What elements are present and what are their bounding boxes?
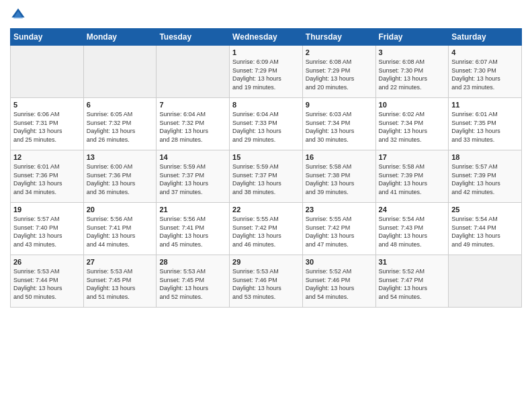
day-cell-29: 29Sunrise: 5:53 AM Sunset: 7:46 PM Dayli…: [230, 255, 303, 308]
day-info: Sunrise: 6:03 AM Sunset: 7:34 PM Dayligh…: [306, 110, 373, 144]
day-number: 1: [232, 48, 300, 56]
day-info: Sunrise: 5:56 AM Sunset: 7:41 PM Dayligh…: [87, 215, 154, 248]
day-cell-4: 4Sunrise: 6:07 AM Sunset: 7:30 PM Daylig…: [449, 46, 522, 98]
day-number: 18: [451, 153, 519, 161]
day-info: Sunrise: 5:57 AM Sunset: 7:39 PM Dayligh…: [451, 163, 519, 196]
header-tuesday: Tuesday: [157, 29, 230, 46]
day-cell-31: 31Sunrise: 5:52 AM Sunset: 7:47 PM Dayli…: [375, 255, 449, 308]
week-row-1: 1Sunrise: 6:09 AM Sunset: 7:29 PM Daylig…: [11, 46, 522, 98]
week-row-3: 12Sunrise: 6:01 AM Sunset: 7:36 PM Dayli…: [11, 150, 522, 203]
day-number: 19: [13, 205, 81, 214]
day-number: 22: [232, 205, 300, 214]
header-saturday: Saturday: [449, 29, 522, 46]
empty-cell: [11, 46, 84, 98]
day-number: 23: [306, 205, 373, 214]
day-info: Sunrise: 6:04 AM Sunset: 7:33 PM Dayligh…: [232, 110, 300, 144]
empty-cell: [157, 46, 230, 98]
day-number: 28: [159, 258, 226, 266]
day-cell-6: 6Sunrise: 6:05 AM Sunset: 7:32 PM Daylig…: [83, 98, 157, 150]
day-number: 15: [232, 153, 300, 161]
empty-cell: [449, 255, 522, 308]
day-cell-26: 26Sunrise: 5:53 AM Sunset: 7:44 PM Dayli…: [11, 255, 84, 308]
day-cell-27: 27Sunrise: 5:53 AM Sunset: 7:45 PM Dayli…: [83, 255, 157, 308]
day-cell-18: 18Sunrise: 5:57 AM Sunset: 7:39 PM Dayli…: [449, 150, 522, 203]
header-wednesday: Wednesday: [230, 29, 303, 46]
day-number: 13: [87, 153, 154, 161]
day-info: Sunrise: 5:55 AM Sunset: 7:42 PM Dayligh…: [232, 215, 300, 248]
day-info: Sunrise: 5:59 AM Sunset: 7:37 PM Dayligh…: [159, 163, 226, 196]
logo-icon: [10, 7, 26, 23]
day-info: Sunrise: 6:05 AM Sunset: 7:32 PM Dayligh…: [87, 110, 154, 144]
day-number: 29: [232, 258, 300, 266]
day-cell-23: 23Sunrise: 5:55 AM Sunset: 7:42 PM Dayli…: [302, 203, 375, 255]
day-cell-11: 11Sunrise: 6:01 AM Sunset: 7:35 PM Dayli…: [449, 98, 522, 150]
day-number: 12: [13, 153, 81, 161]
day-info: Sunrise: 6:09 AM Sunset: 7:29 PM Dayligh…: [232, 58, 300, 91]
day-cell-15: 15Sunrise: 5:59 AM Sunset: 7:37 PM Dayli…: [230, 150, 303, 203]
empty-cell: [83, 46, 157, 98]
day-cell-21: 21Sunrise: 5:56 AM Sunset: 7:41 PM Dayli…: [157, 203, 230, 255]
day-cell-8: 8Sunrise: 6:04 AM Sunset: 7:33 PM Daylig…: [230, 98, 303, 150]
header-thursday: Thursday: [302, 29, 375, 46]
day-cell-13: 13Sunrise: 6:00 AM Sunset: 7:36 PM Dayli…: [83, 150, 157, 203]
day-info: Sunrise: 6:08 AM Sunset: 7:29 PM Dayligh…: [306, 58, 373, 91]
day-info: Sunrise: 5:54 AM Sunset: 7:43 PM Dayligh…: [379, 215, 446, 248]
day-info: Sunrise: 5:55 AM Sunset: 7:42 PM Dayligh…: [306, 215, 373, 248]
day-number: 30: [306, 258, 373, 266]
day-cell-24: 24Sunrise: 5:54 AM Sunset: 7:43 PM Dayli…: [375, 203, 449, 255]
day-info: Sunrise: 5:52 AM Sunset: 7:47 PM Dayligh…: [379, 267, 446, 301]
day-number: 20: [87, 205, 154, 214]
day-info: Sunrise: 6:08 AM Sunset: 7:30 PM Dayligh…: [379, 58, 446, 91]
day-cell-10: 10Sunrise: 6:02 AM Sunset: 7:34 PM Dayli…: [375, 98, 449, 150]
day-number: 9: [306, 101, 373, 109]
day-info: Sunrise: 6:01 AM Sunset: 7:35 PM Dayligh…: [451, 110, 519, 144]
week-row-2: 5Sunrise: 6:06 AM Sunset: 7:31 PM Daylig…: [11, 98, 522, 150]
day-number: 6: [87, 101, 154, 109]
day-info: Sunrise: 5:53 AM Sunset: 7:44 PM Dayligh…: [13, 267, 81, 301]
day-number: 11: [451, 101, 519, 109]
day-info: Sunrise: 5:53 AM Sunset: 7:46 PM Dayligh…: [232, 267, 300, 301]
day-cell-7: 7Sunrise: 6:04 AM Sunset: 7:32 PM Daylig…: [157, 98, 230, 150]
day-info: Sunrise: 5:58 AM Sunset: 7:38 PM Dayligh…: [306, 163, 373, 196]
day-info: Sunrise: 5:54 AM Sunset: 7:44 PM Dayligh…: [451, 215, 519, 248]
day-number: 2: [306, 48, 373, 56]
day-number: 16: [306, 153, 373, 161]
day-info: Sunrise: 6:02 AM Sunset: 7:34 PM Dayligh…: [379, 110, 446, 144]
header-sunday: Sunday: [11, 29, 84, 46]
day-cell-9: 9Sunrise: 6:03 AM Sunset: 7:34 PM Daylig…: [302, 98, 375, 150]
day-cell-1: 1Sunrise: 6:09 AM Sunset: 7:29 PM Daylig…: [230, 46, 303, 98]
day-cell-30: 30Sunrise: 5:52 AM Sunset: 7:46 PM Dayli…: [302, 255, 375, 308]
week-row-5: 26Sunrise: 5:53 AM Sunset: 7:44 PM Dayli…: [11, 255, 522, 308]
day-info: Sunrise: 5:57 AM Sunset: 7:40 PM Dayligh…: [13, 215, 81, 248]
day-cell-3: 3Sunrise: 6:08 AM Sunset: 7:30 PM Daylig…: [375, 46, 449, 98]
day-number: 14: [159, 153, 226, 161]
day-info: Sunrise: 5:59 AM Sunset: 7:37 PM Dayligh…: [232, 163, 300, 196]
day-cell-14: 14Sunrise: 5:59 AM Sunset: 7:37 PM Dayli…: [157, 150, 230, 203]
day-cell-12: 12Sunrise: 6:01 AM Sunset: 7:36 PM Dayli…: [11, 150, 84, 203]
day-cell-16: 16Sunrise: 5:58 AM Sunset: 7:38 PM Dayli…: [302, 150, 375, 203]
header-friday: Friday: [375, 29, 449, 46]
day-number: 21: [159, 205, 226, 214]
logo: [10, 7, 29, 23]
day-number: 5: [13, 101, 81, 109]
day-number: 3: [379, 48, 446, 56]
day-cell-19: 19Sunrise: 5:57 AM Sunset: 7:40 PM Dayli…: [11, 203, 84, 255]
day-cell-22: 22Sunrise: 5:55 AM Sunset: 7:42 PM Dayli…: [230, 203, 303, 255]
week-row-4: 19Sunrise: 5:57 AM Sunset: 7:40 PM Dayli…: [11, 203, 522, 255]
calendar-header: [10, 7, 522, 23]
calendar-header-row: SundayMondayTuesdayWednesdayThursdayFrid…: [11, 29, 522, 46]
calendar-container: SundayMondayTuesdayWednesdayThursdayFrid…: [0, 0, 532, 311]
day-info: Sunrise: 6:04 AM Sunset: 7:32 PM Dayligh…: [159, 110, 226, 144]
day-info: Sunrise: 6:00 AM Sunset: 7:36 PM Dayligh…: [87, 163, 154, 196]
day-info: Sunrise: 5:52 AM Sunset: 7:46 PM Dayligh…: [306, 267, 373, 301]
day-number: 24: [379, 205, 446, 214]
day-cell-25: 25Sunrise: 5:54 AM Sunset: 7:44 PM Dayli…: [449, 203, 522, 255]
header-monday: Monday: [83, 29, 157, 46]
day-number: 8: [232, 101, 300, 109]
day-info: Sunrise: 6:07 AM Sunset: 7:30 PM Dayligh…: [451, 58, 519, 91]
day-number: 27: [87, 258, 154, 266]
day-cell-2: 2Sunrise: 6:08 AM Sunset: 7:29 PM Daylig…: [302, 46, 375, 98]
day-number: 10: [379, 101, 446, 109]
day-cell-17: 17Sunrise: 5:58 AM Sunset: 7:39 PM Dayli…: [375, 150, 449, 203]
day-number: 25: [451, 205, 519, 214]
